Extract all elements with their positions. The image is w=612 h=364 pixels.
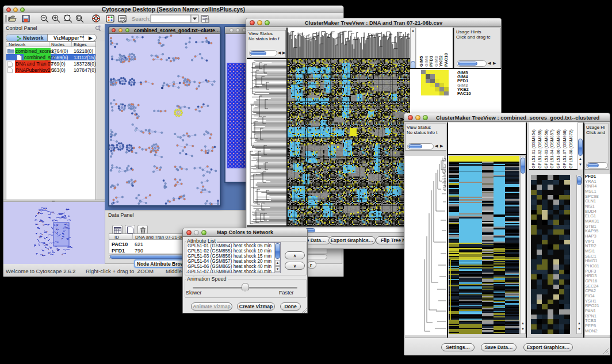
svg-text:Search:: Search:: [132, 16, 151, 22]
